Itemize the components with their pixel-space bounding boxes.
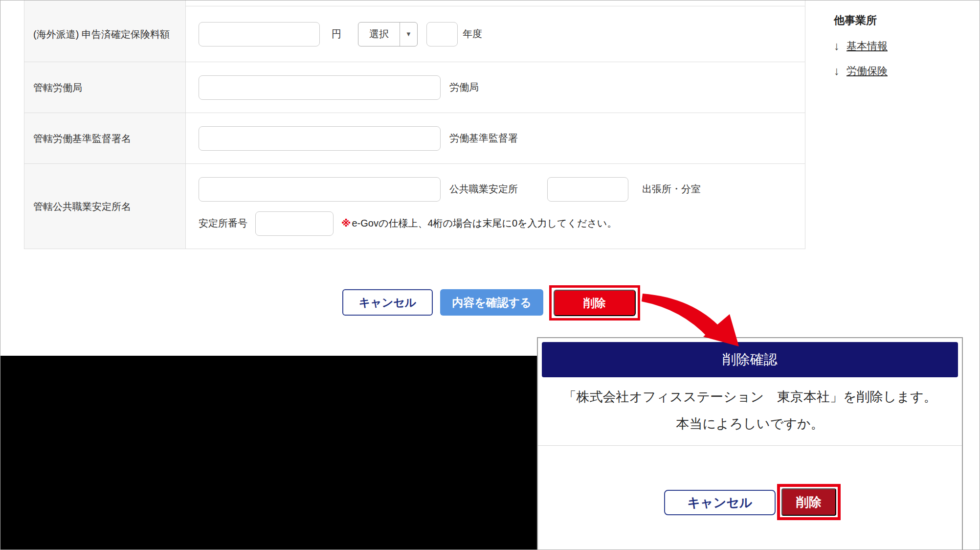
row-label-employment-office: 管轄公共職業安定所名: [24, 164, 186, 249]
page: (海外派遣) 申告済確定保険料額 円 選択 ▼ 年度 管轄労働局 労働局 管轄労…: [0, 0, 980, 550]
delete-button-annotation-highlight: 削除: [549, 285, 640, 321]
row-label-labor-bureau: 管轄労働局: [24, 62, 186, 113]
delete-confirm-modal: 削除確認 「株式会社オフィスステーション 東京本社」を削除します。 本当によろし…: [537, 337, 963, 550]
sidebar-link-basic-info[interactable]: 基本情報: [846, 39, 888, 53]
employment-office-line1: 公共職業安定所 出張所・分室: [199, 177, 701, 202]
labor-bureau-input[interactable]: [199, 75, 441, 100]
down-arrow-icon: ↓: [834, 39, 840, 53]
sidebar-title: 他事業所: [834, 13, 888, 28]
note-asterisk-icon: ※: [341, 218, 351, 229]
egov-note-text: e-Govの仕様上、4桁の場合は末尾に0を入力してください。: [352, 218, 617, 229]
sidebar-item-basic-info[interactable]: ↓ 基本情報: [834, 39, 888, 53]
partial-row-content-cell: [186, 0, 805, 6]
declared-final-insurance-amount-input[interactable]: [199, 22, 320, 46]
office-number-input[interactable]: [255, 211, 334, 236]
cancel-button[interactable]: キャンセル: [342, 289, 433, 316]
delete-button[interactable]: 削除: [554, 290, 636, 316]
era-select-value: 選択: [358, 27, 400, 41]
table-row: (海外派遣) 申告済確定保険料額 円 選択 ▼ 年度: [24, 6, 805, 62]
row-label-labor-standards-office: 管轄労働基準監督署名: [24, 113, 186, 163]
modal-cancel-button[interactable]: キャンセル: [664, 490, 776, 515]
employment-office-name-input[interactable]: [199, 177, 441, 202]
era-select[interactable]: 選択 ▼: [358, 22, 418, 46]
confirm-content-button[interactable]: 内容を確認する: [440, 289, 543, 316]
yen-unit-label: 円: [332, 27, 341, 41]
labor-standards-office-suffix-label: 労働基準監督署: [449, 132, 518, 145]
other-offices-sidebar: 他事業所 ↓ 基本情報 ↓ 労働保険: [834, 13, 888, 78]
modal-delete-button[interactable]: 削除: [781, 488, 836, 516]
branch-suffix-label: 出張所・分室: [642, 183, 701, 196]
modal-message-line2: 本当によろしいですか。: [557, 414, 942, 434]
down-arrow-icon: ↓: [834, 64, 840, 78]
table-row-partial: [24, 0, 805, 6]
sidebar-item-labor-insurance[interactable]: ↓ 労働保険: [834, 64, 888, 78]
labor-bureau-suffix-label: 労働局: [449, 81, 479, 94]
modal-delete-annotation-highlight: 削除: [777, 484, 841, 520]
egov-note: ※e-Govの仕様上、4桁の場合は末尾に0を入力してください。: [341, 217, 617, 230]
year-input[interactable]: [426, 22, 458, 46]
labor-standards-office-input[interactable]: [199, 126, 441, 151]
table-row: 管轄公共職業安定所名 公共職業安定所 出張所・分室 安定所番号 ※e-Govの仕…: [24, 164, 805, 249]
table-row: 管轄労働局 労働局: [24, 62, 805, 113]
row-label-declared-insurance: (海外派遣) 申告済確定保険料額: [24, 6, 186, 62]
table-row: 管轄労働基準監督署名 労働基準監督署: [24, 113, 805, 164]
black-masked-region: [0, 356, 537, 550]
row-content-declared-insurance: 円 選択 ▼ 年度: [186, 6, 805, 62]
row-content-labor-standards-office: 労働基準監督署: [186, 113, 805, 163]
modal-message: 「株式会社オフィスステーション 東京本社」を削除します。 本当によろしいですか。: [538, 387, 962, 434]
modal-message-line1: 「株式会社オフィスステーション 東京本社」を削除します。: [557, 387, 942, 407]
employment-office-line2: 安定所番号 ※e-Govの仕様上、4桁の場合は末尾に0を入力してください。: [199, 211, 617, 236]
sidebar-link-labor-insurance[interactable]: 労働保険: [846, 64, 888, 78]
employment-office-suffix-label: 公共職業安定所: [449, 183, 518, 196]
chevron-down-icon[interactable]: ▼: [400, 23, 417, 46]
row-content-employment-office: 公共職業安定所 出張所・分室 安定所番号 ※e-Govの仕様上、4桁の場合は末尾…: [186, 164, 805, 249]
office-number-label: 安定所番号: [199, 217, 247, 230]
row-content-labor-bureau: 労働局: [186, 62, 805, 113]
year-suffix-label: 年度: [463, 27, 482, 41]
modal-title-bar: 削除確認: [542, 342, 958, 377]
branch-office-input[interactable]: [547, 177, 628, 202]
modal-divider: [538, 445, 962, 446]
labor-insurance-form-table: (海外派遣) 申告済確定保険料額 円 選択 ▼ 年度 管轄労働局 労働局 管轄労…: [24, 0, 805, 249]
